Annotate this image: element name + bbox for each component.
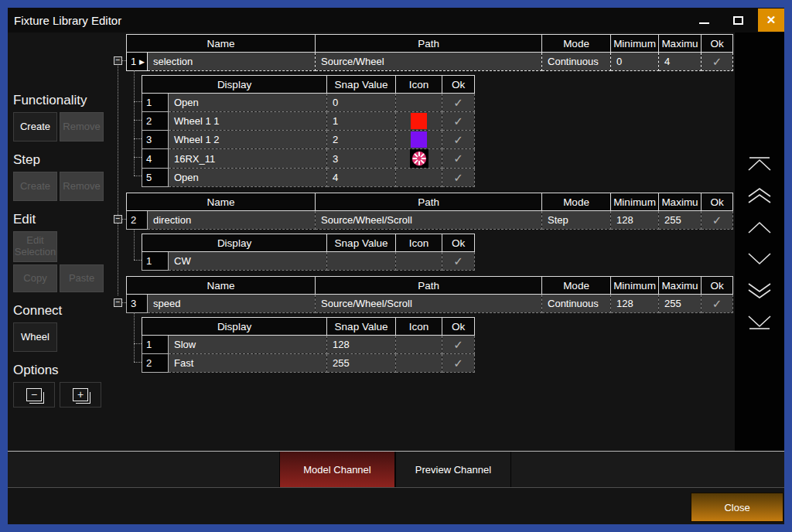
maximize-button[interactable] bbox=[725, 9, 750, 32]
cell-snap-value[interactable]: 3 bbox=[327, 149, 396, 169]
cell-ok[interactable]: ✓ bbox=[442, 336, 475, 354]
cell-ok[interactable]: ✓ bbox=[702, 295, 733, 313]
row-header[interactable]: 2 bbox=[142, 112, 169, 131]
cell-ok[interactable]: ✓ bbox=[442, 354, 475, 373]
col-header-name: Name bbox=[127, 193, 316, 211]
cell-icon[interactable] bbox=[396, 336, 442, 354]
cell-display[interactable]: Open bbox=[169, 169, 327, 187]
expand-all-icon: + bbox=[73, 388, 88, 401]
row-header[interactable]: 5 bbox=[142, 169, 169, 187]
cell-ok[interactable]: ✓ bbox=[442, 252, 475, 271]
move-to-bottom-button[interactable] bbox=[744, 313, 775, 332]
move-up-page-button[interactable] bbox=[744, 186, 775, 205]
close-button[interactable]: Close bbox=[691, 493, 783, 522]
cell-minimum[interactable]: 128 bbox=[611, 211, 659, 230]
col-header-icon: Icon bbox=[396, 76, 442, 94]
cell-snap-value[interactable]: 2 bbox=[327, 131, 396, 149]
cell-ok[interactable]: ✓ bbox=[702, 53, 733, 71]
cell-display[interactable]: Wheel 1 1 bbox=[169, 112, 327, 131]
cell-path[interactable]: Source/Wheel/Scroll bbox=[316, 295, 542, 313]
row-header[interactable]: 2 bbox=[142, 354, 169, 373]
cell-display[interactable]: 16RX_11 bbox=[169, 149, 327, 169]
row-header[interactable]: 1 bbox=[142, 336, 169, 354]
cell-display[interactable]: Slow bbox=[169, 336, 327, 354]
move-to-top-button[interactable] bbox=[744, 155, 775, 173]
cell-maximum[interactable]: 255 bbox=[659, 211, 702, 230]
cell-snap-value[interactable]: 0 bbox=[327, 94, 396, 112]
chevron-up-icon bbox=[746, 220, 773, 235]
edit-selection-button[interactable]: Edit Selection bbox=[13, 231, 57, 262]
cell-mode[interactable]: Continuous bbox=[542, 53, 611, 71]
tree-line bbox=[134, 229, 135, 260]
cell-maximum[interactable]: 4 bbox=[659, 53, 702, 71]
cell-snap-value[interactable]: 1 bbox=[327, 112, 396, 131]
cell-snap-value[interactable]: 4 bbox=[327, 169, 396, 187]
row-header[interactable]: 3 bbox=[142, 131, 169, 149]
cell-display[interactable]: CW bbox=[169, 252, 327, 271]
title-bar: Fixture Library Editor ✕ bbox=[8, 8, 784, 32]
cell-mode[interactable]: Continuous bbox=[542, 295, 611, 313]
window-close-button[interactable]: ✕ bbox=[758, 9, 784, 32]
row-header[interactable]: 3 bbox=[127, 295, 148, 313]
row-header[interactable]: 1▶ bbox=[127, 53, 148, 71]
cell-ok[interactable]: ✓ bbox=[702, 211, 733, 230]
cell-ok[interactable]: ✓ bbox=[442, 94, 475, 112]
minimize-button[interactable] bbox=[691, 9, 716, 32]
cell-icon[interactable] bbox=[396, 354, 442, 373]
tree-collapse-expander[interactable]: − bbox=[114, 56, 122, 65]
cell-minimum[interactable]: 128 bbox=[611, 295, 659, 313]
step-heading: Step bbox=[13, 152, 108, 168]
cell-icon[interactable] bbox=[396, 94, 442, 112]
row-header[interactable]: 2 bbox=[127, 211, 148, 230]
cell-name[interactable]: selection bbox=[148, 53, 316, 71]
step-remove-button[interactable]: Remove bbox=[60, 172, 104, 201]
paste-button[interactable]: Paste bbox=[60, 264, 104, 292]
expand-all-button[interactable]: + bbox=[60, 382, 101, 408]
tree-collapse-expander[interactable]: − bbox=[114, 215, 122, 223]
cell-snap-value[interactable]: 255 bbox=[327, 354, 396, 373]
functionality-table: Name Path Mode Minimum Maximu Ok 3 speed… bbox=[126, 276, 733, 313]
cell-display[interactable]: Wheel 1 2 bbox=[169, 131, 327, 149]
functionality-create-button[interactable]: Create bbox=[13, 112, 57, 142]
copy-button[interactable]: Copy bbox=[13, 264, 57, 292]
functionality-table: Name Path Mode Minimum Maximu Ok 1▶ sele… bbox=[126, 34, 733, 71]
cell-minimum[interactable]: 0 bbox=[611, 53, 659, 71]
tab-model-channel[interactable]: Model Channel bbox=[279, 452, 395, 487]
connect-wheel-button[interactable]: Wheel bbox=[13, 322, 57, 352]
move-up-button[interactable] bbox=[744, 218, 775, 237]
cell-maximum[interactable]: 255 bbox=[659, 295, 702, 313]
cell-ok[interactable]: ✓ bbox=[442, 131, 475, 149]
cell-ok[interactable]: ✓ bbox=[442, 149, 475, 169]
functionality-row-direction: 2 direction Source/Wheel/Scroll Step 128… bbox=[127, 211, 733, 230]
cell-path[interactable]: Source/Wheel bbox=[316, 53, 542, 71]
cell-name[interactable]: direction bbox=[148, 211, 316, 230]
cell-display[interactable]: Open bbox=[169, 94, 327, 112]
cell-mode[interactable]: Step bbox=[542, 211, 611, 230]
cell-icon[interactable] bbox=[396, 149, 442, 169]
cell-icon[interactable] bbox=[396, 169, 442, 187]
row-header[interactable]: 4 bbox=[142, 149, 169, 169]
cell-icon[interactable] bbox=[396, 131, 442, 149]
tree-collapse-expander[interactable]: − bbox=[114, 298, 122, 307]
col-header-mode: Mode bbox=[542, 193, 611, 211]
step-create-button[interactable]: Create bbox=[13, 172, 57, 201]
cell-icon[interactable] bbox=[396, 252, 442, 271]
collapse-all-button[interactable]: − bbox=[13, 382, 55, 408]
check-icon: ✓ bbox=[453, 338, 463, 351]
cell-display[interactable]: Fast bbox=[169, 354, 327, 373]
cell-snap-value[interactable] bbox=[327, 252, 396, 271]
cell-snap-value[interactable]: 128 bbox=[327, 336, 396, 354]
move-down-page-button[interactable] bbox=[744, 281, 775, 300]
functionality-remove-button[interactable]: Remove bbox=[60, 112, 104, 142]
step-row: 1 CW ✓ bbox=[142, 252, 475, 271]
functionality-row-selection: 1▶ selection Source/Wheel Continuous 0 4… bbox=[127, 53, 733, 71]
cell-name[interactable]: speed bbox=[148, 295, 316, 313]
row-header[interactable]: 1 bbox=[142, 252, 169, 271]
cell-path[interactable]: Source/Wheel/Scroll bbox=[316, 211, 542, 230]
cell-ok[interactable]: ✓ bbox=[442, 112, 475, 131]
row-header[interactable]: 1 bbox=[142, 94, 169, 112]
cell-ok[interactable]: ✓ bbox=[442, 169, 475, 187]
move-down-button[interactable] bbox=[744, 250, 775, 268]
tab-preview-channel[interactable]: Preview Channel bbox=[395, 452, 511, 487]
cell-icon[interactable] bbox=[396, 112, 442, 131]
